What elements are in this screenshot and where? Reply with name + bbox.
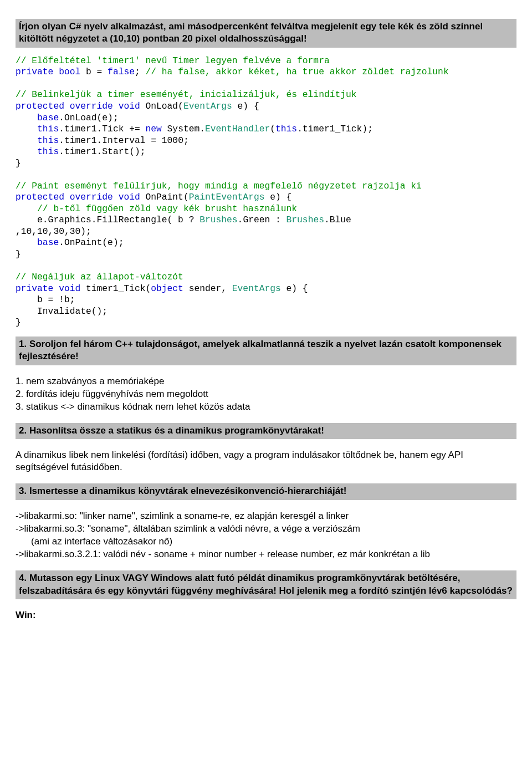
code-keyword: this bbox=[37, 135, 59, 146]
question-2-title: 1. Soroljon fel három C++ tulajdonságot,… bbox=[16, 337, 516, 365]
code-keyword: object bbox=[151, 283, 183, 294]
code-block-1: // Előfeltétel 'timer1' nevű Timer legye… bbox=[16, 55, 516, 329]
code-text bbox=[16, 237, 37, 248]
code-text: ; bbox=[135, 67, 146, 77]
code-comment: // Belinkeljük a timer eseményét, inicia… bbox=[16, 89, 357, 100]
code-text: sender, bbox=[183, 283, 232, 294]
code-type: Brushes bbox=[200, 215, 237, 225]
code-text: System. bbox=[162, 124, 205, 134]
code-keyword: protected override void bbox=[16, 192, 140, 202]
answer-5: Win: bbox=[16, 609, 516, 621]
code-type: EventArgs bbox=[183, 101, 232, 111]
code-text: .timer1.Tick += bbox=[59, 124, 145, 134]
win-label: Win: bbox=[16, 610, 36, 620]
code-text: } bbox=[16, 249, 21, 259]
answer-2: 1. nem szabványos a memóriaképe 2. fordí… bbox=[16, 375, 516, 413]
code-text: .timer1.Start(); bbox=[59, 146, 145, 157]
question-4-title: 3. Ismertesse a dinamikus könyvtárak eln… bbox=[16, 483, 516, 499]
code-type: PaintEventArgs bbox=[189, 192, 265, 202]
code-type: Brushes bbox=[287, 215, 324, 225]
code-text: b = !b; bbox=[16, 294, 75, 305]
code-text: ( bbox=[270, 124, 275, 134]
code-comment: // ha false, akkor kéket, ha true akkor … bbox=[146, 67, 449, 77]
answer-4-line-2: ->libakarmi.so.3: "soname", általában sz… bbox=[16, 523, 516, 535]
code-text: .Blue bbox=[324, 215, 351, 225]
code-keyword: private bool bbox=[16, 67, 80, 77]
code-text: e) { bbox=[264, 192, 291, 202]
code-text: .OnLoad(e); bbox=[59, 113, 118, 123]
answer-3: A dinamikus libek nem linkelési (fordítá… bbox=[16, 449, 516, 473]
code-comment: // Negáljuk az állapot-változót bbox=[16, 272, 183, 282]
code-comment: // Előfeltétel 'timer1' nevű Timer legye… bbox=[16, 55, 330, 66]
code-text: .timer1_Tick); bbox=[297, 124, 373, 134]
code-text: .OnPaint(e); bbox=[59, 237, 124, 248]
code-text: timer1_Tick( bbox=[80, 283, 151, 294]
code-text: Invalidate(); bbox=[16, 306, 108, 317]
answer-4-line-1: ->libakarmi.so: "linker name", szimlink … bbox=[16, 510, 516, 522]
question-3-title: 2. Hasonlítsa össze a statikus és a dina… bbox=[16, 423, 516, 439]
answer-4-line-4: ->libakarmi.so.3.2.1: valódi név - sonam… bbox=[16, 548, 516, 560]
code-text: e) { bbox=[281, 283, 308, 294]
code-text bbox=[16, 135, 37, 146]
answer-2-item-1: 1. nem szabványos a memóriaképe bbox=[16, 375, 516, 388]
code-keyword: this bbox=[37, 146, 59, 157]
answer-4: ->libakarmi.so: "linker name", szimlink … bbox=[16, 510, 516, 560]
code-text: .Green : bbox=[238, 215, 287, 225]
code-text: OnLoad( bbox=[140, 101, 183, 111]
code-keyword: base bbox=[37, 237, 59, 248]
question-1-title: Írjon olyan C# nyelv alkalmazást, ami má… bbox=[16, 19, 516, 48]
code-type: EventHandler bbox=[205, 124, 270, 134]
code-keyword: private void bbox=[16, 283, 80, 294]
code-text: } bbox=[16, 317, 21, 328]
code-text: e.Graphics.FillRectangle( b ? bbox=[16, 215, 200, 225]
code-text: e) { bbox=[232, 101, 259, 111]
code-text bbox=[16, 124, 37, 134]
code-comment: // Paint eseményt felülírjuk, hogy mindi… bbox=[16, 181, 422, 191]
code-keyword: this bbox=[37, 124, 59, 134]
code-text: .timer1.Interval = 1000; bbox=[59, 135, 189, 146]
code-text bbox=[16, 146, 37, 157]
code-text bbox=[16, 113, 37, 123]
code-keyword: this bbox=[275, 124, 297, 134]
answer-2-item-2: 2. fordítás ideju függvényhívás nem mego… bbox=[16, 388, 516, 400]
question-5-title: 4. Mutasson egy Linux VAGY Windows alatt… bbox=[16, 570, 516, 599]
code-keyword: new bbox=[146, 124, 162, 134]
code-keyword: base bbox=[37, 113, 59, 123]
code-text: } bbox=[16, 158, 21, 169]
code-comment: // b-től függően zöld vagy kék brusht ha… bbox=[16, 203, 297, 214]
code-text: b = bbox=[80, 67, 108, 77]
answer-4-line-3: (ami az interface változásakor nő) bbox=[16, 536, 516, 548]
code-keyword: false bbox=[108, 67, 135, 77]
code-keyword: protected override void bbox=[16, 101, 140, 111]
code-text: ,10,10,30,30); bbox=[16, 226, 91, 237]
code-text: OnPaint( bbox=[140, 192, 189, 202]
code-type: EventArgs bbox=[232, 283, 281, 294]
answer-2-item-3: 3. statikus <-> dinamikus kódnak nem leh… bbox=[16, 401, 516, 413]
